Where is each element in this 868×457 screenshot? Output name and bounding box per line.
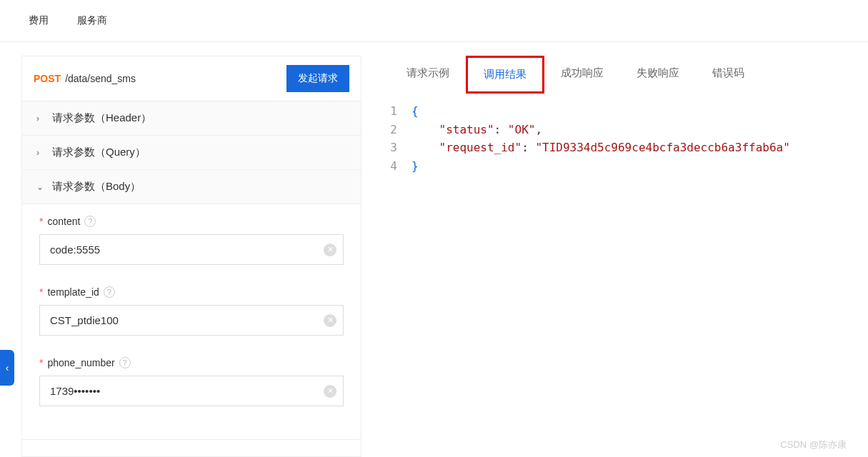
field-label: * content ?	[39, 216, 344, 227]
content-input[interactable]	[39, 234, 344, 265]
section-title: 请求参数（Body）	[52, 180, 141, 194]
line-number: 1	[390, 102, 411, 121]
line-number: 4	[390, 157, 411, 176]
label-text: template_id	[47, 286, 99, 298]
tab-2[interactable]: 成功响应	[544, 56, 620, 94]
tab-1[interactable]: 调用结果	[466, 56, 544, 94]
section-title: 请求参数（Query）	[52, 146, 146, 159]
chevron-down-icon: ⌄	[36, 182, 45, 192]
clear-icon[interactable]: ✕	[324, 314, 336, 327]
clear-icon[interactable]: ✕	[324, 243, 336, 256]
response-panel: 请求示例调用结果成功响应失败响应错误码 1{2 "status": "OK",3…	[361, 56, 868, 457]
clear-icon[interactable]: ✕	[324, 385, 336, 398]
required-star-icon: *	[39, 357, 43, 368]
required-star-icon: *	[39, 216, 43, 227]
line-number: 2	[390, 121, 411, 139]
chevron-right-icon: ›	[36, 114, 45, 124]
response-code: 1{2 "status": "OK",3 "request_id": "TID9…	[390, 94, 868, 175]
request-line: POST /data/send_sms 发起请求	[22, 56, 361, 101]
line-content: {	[411, 102, 419, 121]
chevron-right-icon: ›	[36, 148, 45, 158]
chevron-left-icon: ‹	[6, 362, 9, 373]
nav-item-fee[interactable]: 费用	[29, 14, 49, 27]
section-body-params[interactable]: ⌄ 请求参数（Body）	[22, 170, 361, 204]
http-method: POST	[34, 73, 61, 84]
input-wrap: ✕	[39, 376, 344, 406]
body-form: * content ? ✕ * template_id ? ✕	[22, 204, 361, 440]
help-icon[interactable]: ?	[104, 286, 115, 298]
input-wrap: ✕	[39, 234, 344, 265]
help-icon[interactable]: ?	[119, 357, 131, 368]
section-query-params[interactable]: › 请求参数（Query）	[22, 136, 361, 170]
label-text: phone_number	[47, 357, 114, 368]
tab-3[interactable]: 失败响应	[620, 56, 696, 94]
field-template-id: * template_id ? ✕	[39, 286, 344, 341]
code-line: 2 "status": "OK",	[390, 121, 868, 139]
line-content: "status": "OK",	[411, 121, 542, 139]
code-line: 4}	[390, 157, 868, 176]
send-request-button[interactable]: 发起请求	[286, 65, 349, 92]
side-handle[interactable]: ‹	[0, 350, 14, 386]
phone-number-input[interactable]	[39, 376, 344, 406]
field-label: * template_id ?	[39, 286, 344, 298]
nav-item-provider[interactable]: 服务商	[77, 14, 107, 27]
input-wrap: ✕	[39, 305, 344, 336]
code-line: 3 "request_id": "TID9334d5c969ce4bcfa3de…	[390, 139, 868, 157]
code-line: 1{	[390, 102, 868, 121]
line-number: 3	[390, 139, 411, 157]
http-path: /data/send_sms	[65, 73, 286, 84]
line-content: }	[411, 157, 419, 176]
field-content: * content ? ✕	[39, 216, 344, 271]
section-title: 请求参数（Header）	[52, 111, 151, 125]
line-content: "request_id": "TID9334d5c969ce4bcfa3decc…	[411, 139, 790, 157]
field-label: * phone_number ?	[39, 357, 344, 368]
tab-0[interactable]: 请求示例	[390, 56, 466, 94]
top-nav: 费用 服务商	[0, 0, 868, 42]
required-star-icon: *	[39, 286, 43, 298]
label-text: content	[47, 216, 80, 227]
watermark: CSDN @陈亦康	[780, 438, 847, 451]
section-header-params[interactable]: › 请求参数（Header）	[22, 101, 361, 136]
help-icon[interactable]: ?	[84, 216, 96, 227]
tab-4[interactable]: 错误码	[696, 56, 761, 94]
main-area: POST /data/send_sms 发起请求 › 请求参数（Header） …	[21, 56, 868, 457]
template-id-input[interactable]	[39, 305, 344, 336]
response-tabs: 请求示例调用结果成功响应失败响应错误码	[390, 56, 868, 94]
request-panel: POST /data/send_sms 发起请求 › 请求参数（Header） …	[21, 56, 361, 457]
field-phone-number: * phone_number ? ✕	[39, 357, 344, 412]
